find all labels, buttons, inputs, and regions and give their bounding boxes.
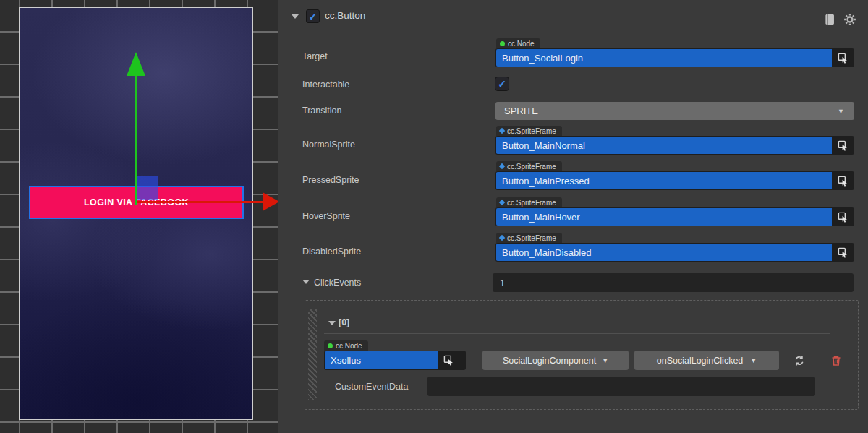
gizmo-y-axis[interactable] — [135, 74, 137, 205]
type-tag: cc.SpriteFrame — [496, 126, 562, 136]
transition-value: SPRITE — [504, 106, 538, 116]
node-type-icon — [328, 343, 333, 348]
click-events-label: ClickEvents — [314, 278, 361, 288]
gizmo-y-axis-arrowhead-icon[interactable] — [127, 52, 145, 76]
target-label: Target — [302, 51, 328, 61]
scene-view[interactable]: LOGIN VIA FACEBOOK — [0, 0, 278, 433]
node-picker-icon[interactable] — [438, 351, 460, 370]
type-tag: cc.Node — [496, 38, 540, 48]
gizmo-rect-handle[interactable] — [135, 176, 158, 200]
spriteframe-type-icon — [499, 163, 505, 169]
target-ref-value: Button_SocialLogin — [496, 49, 832, 67]
component-enabled-checkbox[interactable]: ✓ — [306, 9, 320, 23]
chevron-down-icon: ▼ — [602, 357, 608, 364]
hover-sprite-ref-field[interactable]: Button_MainHover — [495, 207, 854, 226]
inspector-panel: ✓ cc.Button Target cc.Node Button_Social… — [278, 0, 868, 433]
custom-event-data-input[interactable] — [427, 377, 815, 396]
gizmo-x-axis-arrowhead-icon[interactable] — [263, 192, 278, 211]
asset-picker-icon[interactable] — [832, 207, 854, 226]
transition-dropdown[interactable]: SPRITE ▼ — [495, 102, 854, 120]
node-type-icon — [500, 41, 505, 46]
asset-picker-icon[interactable] — [832, 171, 854, 190]
collapse-arrow-icon[interactable] — [328, 321, 336, 325]
gizmo-x-axis[interactable] — [137, 201, 264, 203]
trash-icon[interactable] — [830, 355, 842, 366]
spriteframe-type-icon — [499, 128, 505, 134]
chevron-down-icon: ▼ — [750, 357, 757, 364]
docs-icon[interactable] — [823, 13, 836, 26]
refresh-icon[interactable] — [793, 355, 805, 366]
normal-sprite-label: NormalSprite — [302, 140, 355, 150]
drag-handle[interactable] — [308, 309, 317, 400]
type-tag: cc.Node — [324, 340, 368, 351]
chevron-down-icon: ▼ — [838, 108, 844, 115]
pressed-sprite-value: Button_MainPressed — [496, 172, 832, 189]
pressed-sprite-label: PressedSprite — [302, 175, 359, 185]
event-node-ref-field[interactable]: Xsollus — [324, 351, 466, 370]
interactable-label: Interactable — [302, 80, 349, 90]
component-dropdown[interactable]: SocialLoginComponent ▼ — [482, 351, 629, 370]
type-tag: cc.SpriteFrame — [496, 161, 562, 171]
click-event-item: [0] cc.Node Xsollus SocialLoginComponent… — [305, 300, 859, 410]
pressed-sprite-ref-field[interactable]: Button_MainPressed — [495, 171, 854, 190]
node-picker-icon[interactable] — [832, 48, 854, 67]
custom-event-data-label: CustomEventData — [335, 382, 408, 392]
asset-picker-icon[interactable] — [832, 136, 854, 155]
divider — [324, 333, 830, 334]
editor-root: LOGIN VIA FACEBOOK ✓ cc.Button — [0, 0, 868, 433]
component-title: cc.Button — [325, 10, 365, 21]
collapse-arrow-icon[interactable] — [292, 14, 299, 19]
collapse-arrow-icon[interactable] — [302, 280, 310, 284]
spriteframe-type-icon — [499, 235, 505, 241]
normal-sprite-value: Button_MainNormal — [496, 137, 832, 154]
component-header: ✓ cc.Button — [278, 0, 868, 33]
asset-picker-icon[interactable] — [832, 243, 854, 262]
gear-icon[interactable] — [843, 13, 856, 26]
normal-sprite-ref-field[interactable]: Button_MainNormal — [495, 136, 854, 155]
hover-sprite-value: Button_MainHover — [496, 208, 832, 226]
spriteframe-type-icon — [499, 200, 505, 205]
event-index-label: [0] — [339, 317, 349, 327]
disabled-sprite-value: Button_MainDisabled — [496, 244, 832, 261]
click-events-count-field[interactable]: 1 — [493, 273, 854, 292]
check-icon: ✓ — [309, 12, 318, 22]
handler-dropdown[interactable]: onSocialLoginClicked ▼ — [634, 351, 779, 370]
hover-sprite-label: HoverSprite — [302, 211, 350, 221]
target-ref-field[interactable]: Button_SocialLogin — [495, 48, 854, 67]
interactable-checkbox[interactable]: ✓ — [495, 77, 509, 91]
transition-label: Transition — [302, 106, 341, 116]
type-tag: cc.SpriteFrame — [496, 197, 562, 207]
check-icon: ✓ — [498, 79, 506, 89]
disabled-sprite-label: DisabledSprite — [302, 246, 361, 257]
event-node-value: Xsollus — [325, 351, 438, 369]
type-tag: cc.SpriteFrame — [496, 233, 562, 243]
disabled-sprite-ref-field[interactable]: Button_MainDisabled — [495, 243, 854, 262]
